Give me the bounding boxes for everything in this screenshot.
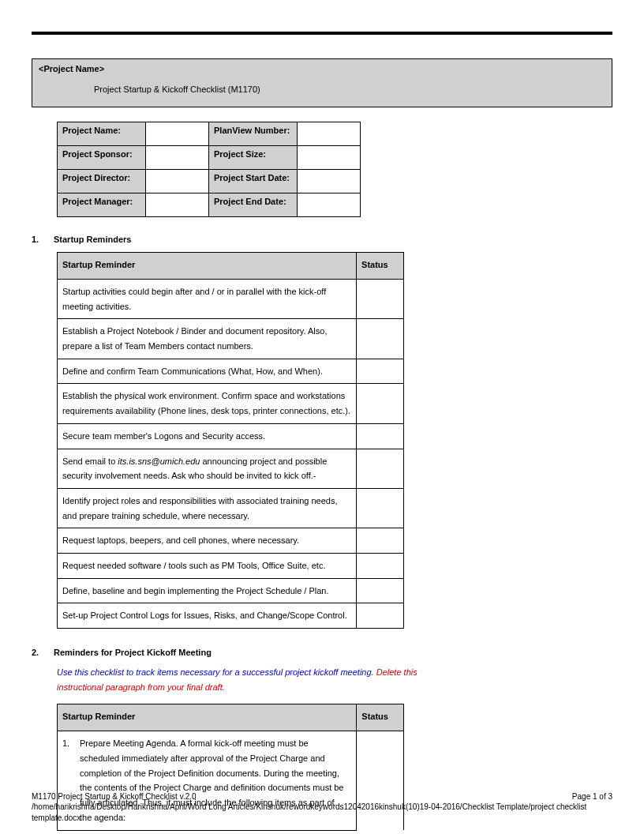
reminder-cell: Establish a Project Notebook / Binder an… [58,319,357,359]
document-subtitle: Project Startup & Kickoff Checklist (M11… [39,85,605,94]
reminder-cell: Identify project roles and responsibilit… [58,488,357,528]
status-cell [357,528,404,554]
status-cell [357,319,404,359]
status-cell [357,578,404,603]
reminder-cell: Define, baseline and begin implementing … [58,578,357,603]
col-header-status: Status [357,253,404,280]
col-header-reminder: Startup Reminder [58,253,357,280]
project-name-placeholder: <Project Name> [39,64,605,73]
status-cell [357,449,404,488]
top-rule [32,32,612,35]
section-2-title: Reminders for Project Kickoff Meeting [54,648,212,657]
page-footer: M1170 Project Startup & Kickoff Checklis… [32,791,612,824]
status-cell [357,423,404,449]
value-planview-number [298,122,361,146]
label-project-manager: Project Manager: [58,193,146,217]
status-cell [357,488,404,528]
col-header-reminder-2: Startup Reminder [58,704,357,731]
reminder-cell: Request needed software / tools such as … [58,553,357,578]
table-row: Send email to its.is.sns@umich.edu annou… [58,449,404,488]
section-1-number: 1. [32,235,54,244]
page-number: Page 1 of 3 [572,791,612,802]
status-cell [357,384,404,423]
value-project-end [298,193,361,217]
footer-version: M1170 Project Startup & Kickoff Checklis… [32,791,612,802]
status-cell [357,603,404,629]
table-row: Request laptops, beepers, and cell phone… [58,528,404,554]
footer-path: /home/harikrishna/Desktop/Harikrishna/Ap… [32,802,612,823]
status-cell [357,280,404,319]
table-row: Request needed software / tools such as … [58,553,404,578]
startup-reminders-table: Startup Reminder Status Startup activiti… [57,252,404,629]
label-project-size: Project Size: [209,146,298,170]
instruction-blue: Use this checklist to track items necess… [57,667,374,677]
reminder-cell: Set-up Project Control Logs for Issues, … [58,603,357,629]
label-project-end: Project End Date: [209,193,298,217]
section-1-title: Startup Reminders [54,235,131,244]
value-project-start [298,170,361,193]
reminder-cell: Startup activities could begin after and… [58,280,357,319]
reminder-cell: Establish the physical work environment.… [58,384,357,423]
value-project-size [298,146,361,170]
label-project-start: Project Start Date: [209,170,298,193]
status-cell [357,553,404,578]
label-planview-number: PlanView Number: [209,122,298,146]
table-row: Establish a Project Notebook / Binder an… [58,319,404,359]
table-row: Secure team member's Logons and Security… [58,423,404,449]
table-row: Define and confirm Team Communications (… [58,359,404,384]
section-1-heading: 1.Startup Reminders [32,235,612,244]
label-project-director: Project Director: [58,170,146,193]
table-row: Define, baseline and begin implementing … [58,578,404,603]
section-2-heading: 2.Reminders for Project Kickoff Meeting [32,648,612,657]
value-project-manager [146,193,209,217]
reminder-cell: Send email to its.is.sns@umich.edu annou… [58,449,357,488]
kickoff-item-1-num: 1. [62,736,80,751]
reminder-cell: Define and confirm Team Communications (… [58,359,357,384]
label-project-sponsor: Project Sponsor: [58,146,146,170]
title-block: <Project Name> Project Startup & Kickoff… [32,58,612,107]
section-2-instruction: Use this checklist to track items necess… [57,665,451,694]
label-project-name: Project Name: [58,122,146,146]
value-project-sponsor [146,146,209,170]
table-row: Establish the physical work environment.… [58,384,404,423]
table-row: Startup activities could begin after and… [58,280,404,319]
table-row: Identify project roles and responsibilit… [58,488,404,528]
status-cell [357,359,404,384]
value-project-director [146,170,209,193]
value-project-name [146,122,209,146]
project-info-table: Project Name: PlanView Number: Project S… [57,122,361,217]
table-row: Set-up Project Control Logs for Issues, … [58,603,404,629]
reminder-cell: Secure team member's Logons and Security… [58,423,357,449]
reminder-cell: Request laptops, beepers, and cell phone… [58,528,357,554]
col-header-status-2: Status [357,704,404,731]
section-2-number: 2. [32,648,54,657]
